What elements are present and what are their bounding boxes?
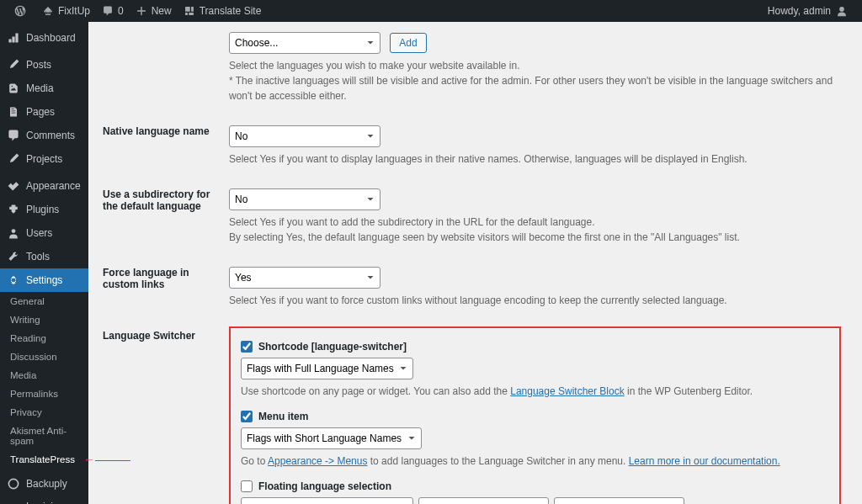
add-language-button[interactable]: Add [390, 33, 426, 53]
subdir-label: Use a subdirectory for the default langu… [103, 177, 221, 253]
floating-checkbox-row[interactable]: Floating language selection [241, 480, 829, 492]
sub-translatepress[interactable]: TranslatePress ←——— [0, 450, 88, 469]
howdy-account[interactable]: Howdy, admin [762, 0, 854, 22]
floating-checkbox[interactable] [241, 480, 253, 492]
shortcode-description: Use shortcode on any page or widget. You… [241, 384, 829, 399]
new-label: New [152, 5, 172, 17]
menu-posts[interactable]: Posts [0, 53, 88, 77]
site-title-text: FixItUp [58, 5, 90, 17]
svg-point-2 [8, 479, 18, 488]
shortcode-style-select[interactable]: Flags with Full Language Names [241, 358, 413, 379]
menu-pages[interactable]: Pages [0, 100, 88, 124]
comment-count: 0 [118, 5, 124, 17]
menu-appearance[interactable]: Appearance [0, 174, 88, 198]
svg-point-1 [12, 229, 16, 233]
sub-discussion[interactable]: Discussion [0, 347, 88, 366]
appearance-menus-link[interactable]: Appearance -> Menus [268, 455, 367, 467]
sub-writing[interactable]: Writing [0, 310, 88, 329]
floating-position-select[interactable]: Bottom Right [554, 497, 684, 504]
menuitem-checkbox[interactable] [241, 411, 253, 422]
menu-media[interactable]: Media [0, 77, 88, 100]
menu-loginizer[interactable]: Loginizer Security [0, 496, 88, 504]
native-select[interactable]: No [229, 125, 380, 147]
subdir-select[interactable]: No [229, 188, 380, 210]
floating-theme-select[interactable]: Dark [418, 497, 549, 504]
force-select[interactable]: Yes [229, 267, 380, 289]
subdir-description: Select Yes if you want to add the subdir… [229, 215, 841, 245]
force-description: Select Yes if you want to force custom l… [229, 293, 841, 308]
floating-style-select[interactable]: Flags with Full Language Names [241, 497, 413, 504]
native-label: Native language name [103, 114, 221, 175]
menu-users[interactable]: Users [0, 221, 88, 245]
menuitem-checkbox-row[interactable]: Menu item [241, 411, 829, 422]
shortcode-checkbox-row[interactable]: Shortcode [language-switcher] [241, 341, 829, 353]
menu-settings[interactable]: Settings [0, 268, 88, 292]
switcher-block-link[interactable]: Language Switcher Block [510, 385, 624, 397]
new-content[interactable]: New [130, 0, 178, 22]
all-languages-description: Select the languages you wish to make yo… [229, 58, 841, 103]
menu-dashboard[interactable]: Dashboard [0, 26, 88, 50]
sub-privacy[interactable]: Privacy [0, 403, 88, 422]
howdy-text: Howdy, admin [768, 5, 831, 17]
site-name[interactable]: FixItUp [36, 0, 96, 22]
docs-link[interactable]: Learn more in our documentation. [629, 455, 780, 467]
menu-tools[interactable]: Tools [0, 245, 88, 268]
menu-projects[interactable]: Projects [0, 147, 88, 171]
all-languages-select[interactable]: Choose... [229, 32, 380, 54]
sub-permalinks[interactable]: Permalinks [0, 385, 88, 403]
shortcode-checkbox[interactable] [241, 341, 253, 353]
switcher-label: Language Switcher [103, 318, 221, 504]
sub-general[interactable]: General [0, 292, 88, 310]
menu-comments[interactable]: Comments [0, 124, 88, 147]
sub-akismet[interactable]: Akismet Anti-spam [0, 422, 88, 450]
sub-media[interactable]: Media [0, 366, 88, 385]
comments-bubble[interactable]: 0 [96, 0, 130, 22]
translate-label: Translate Site [200, 5, 262, 17]
svg-point-0 [839, 7, 844, 12]
sub-reading[interactable]: Reading [0, 329, 88, 347]
menu-plugins[interactable]: Plugins [0, 198, 88, 221]
force-label: Force language in custom links [103, 255, 221, 316]
native-description: Select Yes if you want to display langua… [229, 151, 841, 167]
wp-logo[interactable] [8, 0, 36, 22]
menuitem-description: Go to Appearance -> Menus to add languag… [241, 454, 829, 469]
translate-site[interactable]: Translate Site [178, 0, 268, 22]
menu-backuply[interactable]: Backuply [0, 472, 88, 496]
menuitem-style-select[interactable]: Flags with Short Language Names [241, 427, 422, 449]
language-switcher-box: Shortcode [language-switcher] Flags with… [229, 326, 841, 504]
